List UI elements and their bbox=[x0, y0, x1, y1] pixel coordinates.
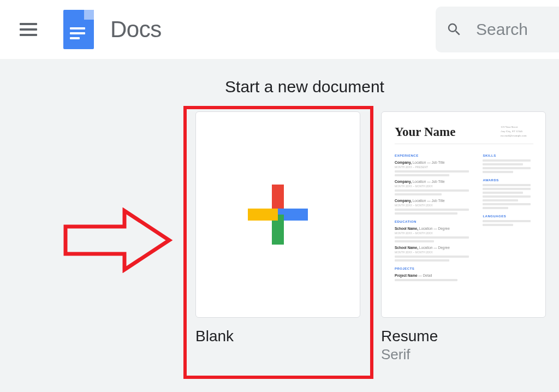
template-item-blank: Blank bbox=[195, 111, 360, 363]
search-box[interactable]: Search bbox=[436, 7, 559, 52]
search-icon bbox=[445, 21, 463, 38]
docs-logo-icon[interactable] bbox=[63, 10, 94, 49]
template-card-blank[interactable] bbox=[195, 111, 360, 318]
template-cards-row: Blank Your Name 123 Your StreetAny City,… bbox=[195, 111, 559, 363]
template-card-resume[interactable]: Your Name 123 Your StreetAny City, ST 12… bbox=[381, 111, 546, 318]
plus-icon bbox=[248, 185, 308, 245]
search-placeholder: Search bbox=[476, 20, 528, 39]
top-bar: Docs Search bbox=[0, 0, 559, 59]
resume-thumbnail: Your Name 123 Your StreetAny City, ST 12… bbox=[382, 112, 545, 317]
app-title: Docs bbox=[110, 16, 162, 43]
section-title: Start a new document bbox=[50, 78, 559, 96]
main-menu-button[interactable] bbox=[15, 16, 41, 43]
template-label: Blank bbox=[195, 328, 360, 345]
template-label: Resume bbox=[381, 328, 546, 345]
template-subtitle: Serif bbox=[381, 346, 546, 363]
template-gallery: Start a new document Blank Your Name bbox=[0, 59, 559, 392]
template-item-resume: Your Name 123 Your StreetAny City, ST 12… bbox=[381, 111, 546, 363]
hamburger-icon bbox=[20, 23, 37, 36]
resume-preview-name: Your Name bbox=[395, 125, 455, 139]
annotation-arrow-icon bbox=[60, 207, 175, 273]
